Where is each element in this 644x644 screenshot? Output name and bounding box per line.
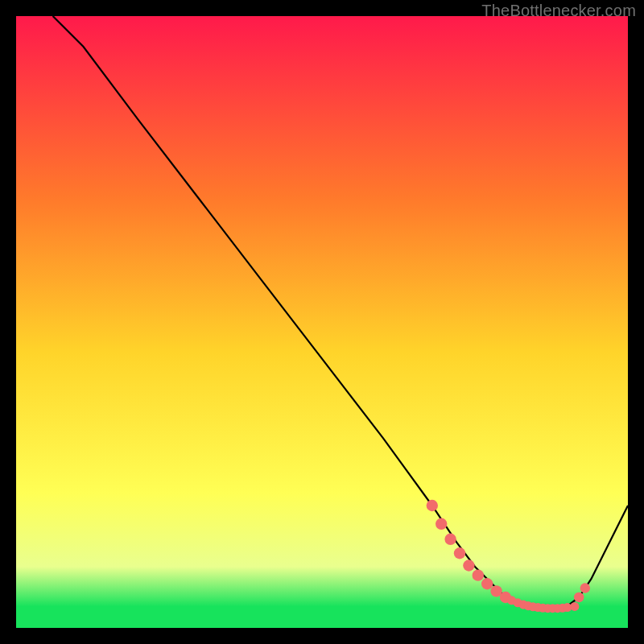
- attribution-label: TheBottlenecker.com: [481, 2, 636, 20]
- chart-marker: [481, 578, 493, 589]
- chart-marker: [570, 602, 579, 611]
- chart-marker: [580, 583, 590, 592]
- chart-svg: [16, 16, 628, 628]
- chart-marker: [574, 592, 584, 602]
- gradient-background: [16, 16, 628, 628]
- chart-marker: [444, 534, 456, 545]
- chart-marker: [473, 569, 484, 580]
- chart-marker: [463, 559, 474, 571]
- chart-marker: [427, 500, 438, 511]
- chart-marker: [436, 518, 447, 530]
- plot-area: [16, 16, 628, 628]
- chart-marker: [454, 547, 465, 559]
- chart-stage: TheBottlenecker.com: [0, 0, 644, 644]
